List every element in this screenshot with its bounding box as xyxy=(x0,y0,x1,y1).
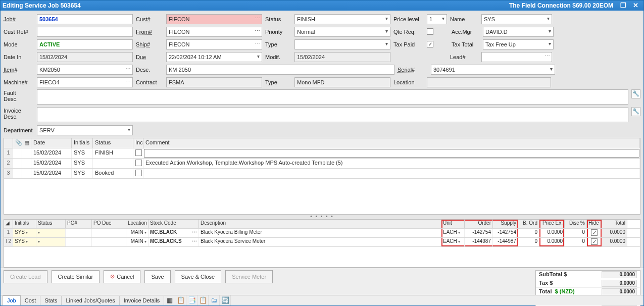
desc-field[interactable]: KM 2050 xyxy=(166,65,394,75)
tab-linked-jobs-quotes[interactable]: Linked Jobs/Quotes xyxy=(62,296,119,305)
titlebar-right-text: The Field Connection $69.00 20EOM xyxy=(509,2,613,9)
item-no-field[interactable]: KM2050 xyxy=(37,65,133,75)
tax-paid-label: Tax Paid xyxy=(393,41,424,47)
invoice-desc-edit-icon[interactable]: 🔧 xyxy=(631,107,640,116)
titlebar: Editing Service Job 503654 The Field Con… xyxy=(1,1,643,11)
invoice-desc-label: Invoice Desc. xyxy=(4,107,34,120)
date-in-label: Date In xyxy=(4,54,34,60)
lines-header-price-ex: Price Ex. xyxy=(539,220,565,228)
cust-ref-label: Cust Ref# xyxy=(4,29,34,35)
tax-total-label: Tax Total xyxy=(452,41,480,47)
lines-header-initials: Initials xyxy=(13,220,36,228)
from-no-field[interactable]: FIECON xyxy=(166,27,262,37)
lines-header-corner: ◢ xyxy=(4,220,13,228)
serial-no-field[interactable]: 3074691 xyxy=(431,65,555,75)
tab-invoice-details[interactable]: Invoice Details xyxy=(120,296,165,305)
contract-label: Contract xyxy=(136,79,163,85)
splitter-handle-icon[interactable]: • • • • • xyxy=(1,215,643,219)
price-level-field[interactable]: 1 xyxy=(427,14,447,24)
history-inc-checkbox[interactable] xyxy=(135,160,142,166)
modif-field: 15/02/2024 xyxy=(294,52,390,62)
tabs-bar: Job Cost Stats Linked Jobs/Quotes Invoic… xyxy=(1,295,643,305)
clipboard-red-icon[interactable]: 📋 xyxy=(175,295,186,305)
type2-label: Type xyxy=(265,79,291,85)
history-inc-checkbox[interactable] xyxy=(135,149,142,156)
lines-row[interactable]: 1 SYS MAIN MC.BLACK ⋯ Black Kyocera Bill… xyxy=(4,229,640,238)
tax-total-field[interactable]: Tax Free Up xyxy=(483,39,554,49)
priority-field[interactable]: Normal xyxy=(294,27,390,37)
date-in-field[interactable]: 15/02/2024 xyxy=(37,52,133,62)
contract-field: FSMA xyxy=(166,77,262,87)
history-row[interactable]: 3 15/02/2024 SYS Booked xyxy=(4,169,640,179)
lines-row[interactable]: I 2 SYS MAIN MC.BLACK.S ⋯ Black Kyocera … xyxy=(4,238,640,247)
price-level-label: Price level xyxy=(393,16,424,22)
tab-stats[interactable]: Stats xyxy=(40,296,62,305)
history-inc-checkbox[interactable] xyxy=(135,170,142,176)
history-header-inc: Inc xyxy=(133,138,143,148)
lead-no-field[interactable] xyxy=(481,52,552,62)
lines-header-order: Order xyxy=(465,220,493,228)
hide-checkbox[interactable]: ✓ xyxy=(591,238,598,245)
lines-grid: ◢ Initials Status PO# PO Due Location St… xyxy=(4,219,640,268)
type-field[interactable] xyxy=(294,39,390,49)
tab-cost[interactable]: Cost xyxy=(21,296,41,305)
history-row[interactable]: 2 15/02/2024 SYS Executed Action:Worksho… xyxy=(4,159,640,169)
lines-header-unit: Unit xyxy=(441,220,465,228)
job-no-field[interactable]: 503654 xyxy=(37,14,133,24)
ship-no-field[interactable]: FIECON xyxy=(166,39,262,49)
save-close-button[interactable]: Save & Close xyxy=(175,270,222,283)
department-label: Department xyxy=(4,127,34,133)
fault-desc-field[interactable] xyxy=(37,89,628,105)
history-header-initials: Initials xyxy=(72,138,93,148)
grid-icon[interactable]: ▦ xyxy=(164,295,175,305)
hide-checkbox[interactable]: ✓ xyxy=(591,229,598,236)
subtotal-label: SubTotal $ xyxy=(539,271,602,278)
lines-header-b-ord: B. Ord xyxy=(518,220,539,228)
department-field[interactable]: SERV xyxy=(37,125,133,135)
acc-mgr-field[interactable]: DAVID.D xyxy=(483,27,554,37)
close-icon[interactable]: ✕ xyxy=(629,1,641,10)
cust-no-field[interactable]: FIECON xyxy=(166,14,262,24)
lines-header-disc-pct: Disc % xyxy=(565,220,587,228)
lines-header-stock-code: Stock Code xyxy=(148,220,199,228)
type-label: Type xyxy=(265,41,291,47)
tab-job[interactable]: Job xyxy=(3,295,21,305)
priority-label: Priority xyxy=(265,29,291,35)
history-row[interactable]: 1 15/02/2024 SYS FINISH xyxy=(4,148,640,159)
save-button[interactable]: Save xyxy=(144,270,170,283)
lines-header-hide: Hide xyxy=(587,220,602,228)
cancel-button[interactable]: ⊘Cancel xyxy=(104,270,140,283)
lead-no-label: Lead# xyxy=(450,54,478,60)
invoice-desc-field[interactable] xyxy=(37,107,628,122)
clipboard-icon[interactable]: 📋 xyxy=(197,295,209,305)
history-grid-header: 📎 ▤ Date Initials Status Inc Comment xyxy=(4,138,640,148)
machine-no-field[interactable]: FIECO4 xyxy=(37,77,133,87)
name-field[interactable]: SYS xyxy=(481,14,552,24)
stack-icon[interactable]: 🗂 xyxy=(209,295,220,305)
mode-field[interactable]: ACTIVE xyxy=(37,39,133,49)
copy-icon[interactable]: 📑 xyxy=(186,295,197,305)
bottom-bar: Create Lead Create Similar ⊘Cancel Save … xyxy=(1,268,643,295)
serial-no-label: Serial# xyxy=(398,67,428,73)
history-header-flag-icon: ▤ xyxy=(22,138,31,148)
form-area: Job# 503654 Cust# FIECON Status FINISH P… xyxy=(1,11,643,137)
cust-ref-field[interactable] xyxy=(37,27,133,37)
lines-header-total: Total xyxy=(602,220,627,228)
tax-paid-checkbox[interactable]: ✓ xyxy=(427,41,433,47)
item-no-label: Item# xyxy=(4,67,34,73)
due-field[interactable]: 22/02/2024 10:12 AM xyxy=(166,52,262,62)
status-field[interactable]: FINISH xyxy=(294,14,390,24)
refresh-icon[interactable]: 🔄 xyxy=(220,295,231,305)
lines-header-supply: Supply xyxy=(493,220,518,228)
type2-field: Mono MFD xyxy=(294,77,390,87)
qte-req-checkbox[interactable] xyxy=(427,28,433,35)
name-label: Name xyxy=(450,16,478,22)
acc-mgr-label: Acc.Mgr xyxy=(452,29,480,35)
total-value: 0.0000 xyxy=(602,288,637,295)
desc-label: Desc. xyxy=(136,67,163,73)
create-similar-button[interactable]: Create Similar xyxy=(52,270,100,283)
lines-header-status: Status xyxy=(36,220,66,228)
fault-desc-edit-icon[interactable]: 🔧 xyxy=(631,89,640,98)
job-no-label: Job# xyxy=(4,16,34,22)
restore-icon[interactable]: ❐ xyxy=(617,1,629,10)
